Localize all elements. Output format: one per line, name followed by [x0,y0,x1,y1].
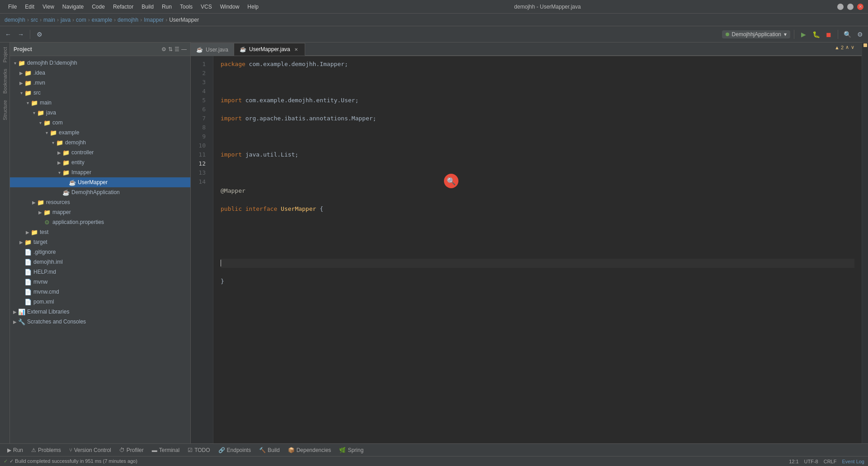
run-config-dropdown-icon: ▾ [784,31,787,38]
tree-item-entity[interactable]: ▶📁entity [10,157,190,167]
tree-icon-mvn: 📁 [24,80,32,86]
endpoints-label: Endpoints [227,447,251,453]
dep-icon: 📦 [288,447,295,453]
menu-vcs[interactable]: VCS [197,3,216,11]
tree-arrow-java: ▾ [31,110,37,115]
tree-item-test[interactable]: ▶📁test [10,227,190,237]
toolbar-back-button[interactable]: ← [3,29,14,40]
menu-window[interactable]: Window [217,3,243,11]
problems-icon: ⚠ [31,447,36,453]
tree-item-scratches[interactable]: ▶🔧Scratches and Consoles [10,317,190,327]
tab-usermapper-close[interactable]: ✕ [293,46,299,52]
tree-item-imapper[interactable]: ▾📁Imapper [10,167,190,177]
event-log[interactable]: Event Log [842,459,864,464]
tab-usermapper-java[interactable]: ☕ UserMapper.java ✕ [234,43,305,56]
tree-item-demojhh-iml[interactable]: 📄demojhh.iml [10,257,190,267]
code-line-4: import org.apache.ibatis.annotations.Map… [221,114,854,123]
menu-run[interactable]: Run [158,3,175,11]
tree-label-entity: entity [71,159,85,166]
tree-item-gitignore[interactable]: 📄.gitignore [10,247,190,257]
breadcrumb-demojhh[interactable]: demojhh [5,17,25,23]
tree-item-java[interactable]: ▾📁java [10,108,190,118]
toolbar-stop-button[interactable]: ◼ [823,29,834,40]
tree-item-mvn[interactable]: ▶📁.mvn [10,78,190,88]
tree-icon-target: 📁 [24,239,32,246]
bottom-tools: ▶ Run ⚠ Problems ⑂ Version Control ⏱ Pro… [0,443,868,456]
breadcrumb-usermapper[interactable]: UserMapper [169,17,199,23]
breadcrumb-com[interactable]: com [76,17,86,23]
panel-minimize-icon[interactable]: — [181,46,187,52]
tree-item-target[interactable]: ▶📁target [10,237,190,247]
menu-file[interactable]: File [5,3,20,11]
toolbar-forward-button[interactable]: → [15,29,26,40]
toolbar-debug-button[interactable]: 🐛 [811,29,821,40]
tree-item-pom-xml[interactable]: 📄pom.xml [10,297,190,307]
tree-item-demojhhapp[interactable]: ☕DemojhhApplication [10,187,190,197]
tool-dependencies[interactable]: 📦 Dependencies [284,445,335,455]
tree-item-idea[interactable]: ▶📁.idea [10,68,190,78]
warning-nav-down[interactable]: ∨ [851,44,854,50]
menu-navigate[interactable]: Navigate [59,3,87,11]
tree-item-ext-libs[interactable]: ▶📊External Libraries [10,307,190,317]
breadcrumb-src[interactable]: src [31,17,38,23]
vertical-tool-structure[interactable]: Structure [1,98,9,122]
tree-item-com[interactable]: ▾📁com [10,118,190,128]
panel-sort-icon[interactable]: ⇅ [168,46,173,52]
tree-icon-usermapper: ☕ [69,179,76,186]
panel-filter-icon[interactable]: ☰ [175,46,179,52]
tool-run[interactable]: ▶ Run [4,445,27,455]
tool-profiler[interactable]: ⏱ Profiler [116,445,147,455]
tree-item-mvnw-cmd[interactable]: 📄mvnw.cmd [10,287,190,297]
tool-endpoints[interactable]: 🔗 Endpoints [215,445,255,455]
panel-settings-icon[interactable]: ⚙ [161,46,166,52]
breadcrumb-demojhh2[interactable]: demojhh [118,17,138,23]
toolbar-search-button[interactable]: 🔍 [842,29,853,40]
menu-help[interactable]: Help [244,3,262,11]
menu-view[interactable]: View [39,3,58,11]
tool-problems[interactable]: ⚠ Problems [28,445,65,455]
minimize-button[interactable]: — [837,4,844,10]
tree-item-controller[interactable]: ▶📁controller [10,147,190,157]
tree-item-mvnw[interactable]: 📄mvnw [10,277,190,287]
breadcrumb-example[interactable]: example [92,17,112,23]
tree-item-help-md[interactable]: 📄HELP.md [10,267,190,277]
breadcrumb-imapper[interactable]: Imapper [144,17,164,23]
tree-item-resources[interactable]: ▶📁resources [10,197,190,207]
menu-build[interactable]: Build [138,3,157,11]
run-config[interactable]: DemojhhjApplication ▾ [722,30,790,38]
warning-count: ▲ 2 [835,45,844,50]
toolbar-settings-button[interactable]: ⚙ [34,29,45,40]
editor-content[interactable]: 1 2 3 4 5 6 7 8 9 10 11 12 13 14 package… [191,56,862,443]
breadcrumb-java[interactable]: java [61,17,71,23]
tab-user-java[interactable]: ☕ User.java [191,43,234,56]
tree-item-example[interactable]: ▾📁example [10,128,190,138]
menu-edit[interactable]: Edit [21,3,38,11]
toolbar-gear-button[interactable]: ⚙ [854,29,865,40]
tool-todo[interactable]: ☑ TODO [184,445,213,455]
toolbar-run-button[interactable]: ▶ [798,29,809,40]
tree-item-demojhh2[interactable]: ▾📁demojhh [10,138,190,147]
tree-item-appprop[interactable]: ⚙application.properties [10,217,190,227]
maximize-button[interactable]: □ [847,4,854,10]
tree-item-mapper-res[interactable]: ▶📁mapper [10,207,190,217]
tool-build[interactable]: 🔨 Build [255,445,283,455]
tree-icon-demojhh2: 📁 [56,139,63,146]
vertical-tool-project[interactable]: Project [1,45,9,64]
menu-tools[interactable]: Tools [176,3,196,11]
tree-label-ext-libs: External Libraries [27,309,69,315]
tree-item-src[interactable]: ▾📁src [10,88,190,98]
tool-terminal[interactable]: ▬ Terminal [148,445,183,455]
code-area[interactable]: package com.example.demojhh.Imapper; imp… [213,56,862,443]
vertical-tool-bookmarks[interactable]: Bookmarks [1,67,9,95]
tree-item-demojhh-root[interactable]: ▾📁demojhh D:\demojhh [10,58,190,68]
tool-version-control[interactable]: ⑂ Version Control [66,445,115,455]
menu-refactor[interactable]: Refactor [109,3,137,11]
breadcrumb-main[interactable]: main [43,17,55,23]
search-button[interactable]: 🔍 [444,174,458,188]
tree-item-usermapper[interactable]: ☕UserMapper [10,177,190,187]
tree-item-main[interactable]: ▾📁main [10,98,190,108]
warning-nav-up[interactable]: ∧ [845,44,849,50]
tool-spring[interactable]: 🌿 Spring [335,445,367,455]
close-button[interactable]: ✕ [857,4,863,10]
menu-code[interactable]: Code [88,3,108,11]
